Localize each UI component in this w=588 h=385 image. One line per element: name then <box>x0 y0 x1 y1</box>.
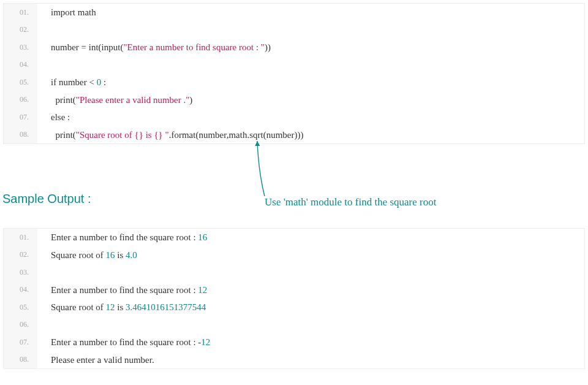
token: : <box>101 77 106 87</box>
line-number: 02. <box>4 246 37 264</box>
code-line: 05.if number < 0 : <box>4 74 584 91</box>
line-number: 05. <box>4 299 37 316</box>
code-line: 05.Square root of 12 is 3.46410161513775… <box>4 299 584 316</box>
code-line: 03.number = int(input("Enter a number to… <box>4 39 584 56</box>
line-number: 06. <box>4 91 37 109</box>
line-number: 04. <box>4 56 37 74</box>
line-content: print("Please enter a valid number .") <box>37 91 192 109</box>
code-line: 08.Please enter a valid number. <box>4 351 584 369</box>
line-number: 07. <box>4 109 37 126</box>
token: "Please enter a valid number ." <box>76 95 190 105</box>
token: .format(number,math.sqrt(number))) <box>169 130 304 140</box>
code-line: 04. <box>4 56 584 74</box>
code-line: 02.Square root of 16 is 4.0 <box>4 246 584 264</box>
code-line: 06. print("Please enter a valid number .… <box>4 91 584 109</box>
token: Enter a number to find the square root :… <box>51 337 201 347</box>
token: "Enter a number to find square root : " <box>123 42 265 52</box>
line-content: Enter a number to find the square root :… <box>37 334 210 351</box>
line-content: number = int(input("Enter a number to fi… <box>37 39 271 56</box>
line-number: 02. <box>4 21 37 39</box>
line-number: 03. <box>4 264 37 281</box>
arrow-icon <box>252 138 277 199</box>
token: 4.0 <box>126 250 137 260</box>
token: print( <box>51 130 76 140</box>
line-number: 08. <box>4 351 37 369</box>
line-number: 01. <box>4 229 37 246</box>
token: 3.4641016151377544 <box>126 302 206 312</box>
code-line: 03. <box>4 264 584 281</box>
line-number: 06. <box>4 316 37 334</box>
output-block: 01.Enter a number to find the square roo… <box>3 228 585 369</box>
line-content: Enter a number to find the square root :… <box>37 229 207 246</box>
code-line: 01.Enter a number to find the square roo… <box>4 229 584 246</box>
token: is <box>115 302 126 312</box>
line-content: print("Square root of {} is {} ".format(… <box>37 126 303 144</box>
token: )) <box>265 42 271 52</box>
line-number: 07. <box>4 334 37 351</box>
line-content <box>37 56 53 74</box>
code-line: 06. <box>4 316 584 334</box>
token: import math <box>51 7 96 17</box>
token: if number < <box>51 77 97 87</box>
line-content <box>37 316 53 334</box>
token: 16 <box>198 232 207 242</box>
token: 12 <box>201 337 210 347</box>
token: Enter a number to find the square root : <box>51 285 198 295</box>
token: 12 <box>198 285 207 295</box>
line-number: 01. <box>4 4 37 21</box>
line-number: 03. <box>4 39 37 56</box>
token: Square root of <box>51 302 106 312</box>
code-line: 01.import math <box>4 4 584 21</box>
code-line: 07.Enter a number to find the square roo… <box>4 334 584 351</box>
line-content <box>37 264 53 281</box>
line-number: 04. <box>4 281 37 299</box>
token: is <box>115 250 126 260</box>
token: Please enter a valid number. <box>51 355 154 365</box>
code-line: 07.else : <box>4 109 584 126</box>
token: ) <box>189 95 192 105</box>
code-line: 04.Enter a number to find the square roo… <box>4 281 584 299</box>
code-line: 02. <box>4 21 584 39</box>
line-content: Please enter a valid number. <box>37 351 154 369</box>
token: 12 <box>106 302 115 312</box>
token: Square root of <box>51 250 106 260</box>
token: Enter a number to find the square root : <box>51 232 198 242</box>
line-number: 08. <box>4 126 37 144</box>
line-content: import math <box>37 4 96 21</box>
line-content <box>37 21 53 39</box>
code-block: 01.import math02. 03.number = int(input(… <box>3 3 585 144</box>
token: "Square root of {} is {} " <box>76 130 169 140</box>
line-content: Enter a number to find the square root :… <box>37 281 207 299</box>
line-content: if number < 0 : <box>37 74 106 91</box>
line-content: Square root of 16 is 4.0 <box>37 246 137 264</box>
annotation-text: Use 'math' module to find the square roo… <box>265 196 436 208</box>
line-number: 05. <box>4 74 37 91</box>
code-line: 08. print("Square root of {} is {} ".for… <box>4 126 584 144</box>
line-content: else : <box>37 109 70 126</box>
token: else : <box>51 112 70 122</box>
token: 16 <box>106 250 115 260</box>
token: print( <box>51 95 76 105</box>
line-content: Square root of 12 is 3.4641016151377544 <box>37 299 206 316</box>
token: number = int(input( <box>51 42 123 52</box>
